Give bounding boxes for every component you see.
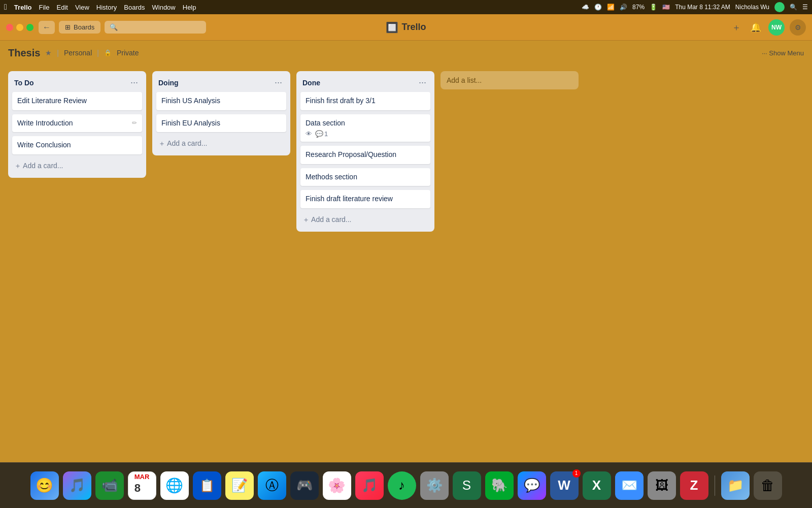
add-card-doing-button[interactable]: ＋ Add a card...	[156, 136, 286, 151]
dock-excel[interactable]: X	[583, 471, 611, 500]
dock-word[interactable]: W 1	[550, 471, 579, 500]
dock-separator	[715, 475, 715, 496]
show-menu-button[interactable]: ··· Show Menu	[762, 49, 804, 57]
menubar-file[interactable]: File	[39, 4, 50, 11]
time-machine-icon: 🕐	[594, 4, 602, 11]
add-button[interactable]: ＋	[730, 19, 743, 36]
dock-facetime[interactable]: 📹	[95, 471, 124, 500]
card-edit-lit[interactable]: Edit Literature Review	[12, 92, 142, 110]
menubar-history[interactable]: History	[96, 4, 117, 11]
trello-logo-icon: 🔲	[386, 21, 398, 34]
user-avatar-small	[774, 2, 785, 12]
card-finish-lit-review-text: Finish draft literature review	[306, 194, 425, 204]
card-write-intro[interactable]: Write Introduction ✏	[12, 114, 142, 133]
battery-text: 87%	[632, 4, 645, 11]
card-data-section[interactable]: Data section 👁 💬 1	[300, 114, 430, 142]
boards-button[interactable]: ⊞ Boards	[59, 21, 100, 34]
add-card-done-button[interactable]: ＋ Add a card...	[300, 212, 430, 228]
back-button[interactable]: ←	[39, 21, 55, 34]
dock-siri[interactable]: 🎵	[63, 471, 91, 500]
column-todo: To Do ··· Edit Literature Review Write I…	[8, 71, 146, 178]
card-finish-eu[interactable]: Finish EU Analysis	[156, 114, 286, 133]
cloud-icon: ☁️	[582, 4, 589, 11]
card-data-section-text: Data section	[306, 118, 425, 129]
add-list-area[interactable]: Add a list...	[441, 71, 579, 89]
dock-music[interactable]: 🎵	[355, 471, 384, 500]
user-name-display[interactable]: Nicholas Wu	[735, 4, 769, 11]
menubar-boards[interactable]: Boards	[124, 4, 145, 11]
titlebar-right: ＋ 🔔 NW ⚙	[730, 19, 806, 36]
breadcrumb-personal[interactable]: Personal	[64, 49, 92, 57]
card-edit-lit-text: Edit Literature Review	[17, 96, 137, 106]
menubar-window[interactable]: Window	[152, 4, 176, 11]
search-bar[interactable]: 🔍	[105, 21, 206, 34]
datetime-display[interactable]: Thu Mar 8 11:32 AM	[675, 4, 730, 11]
menubar-edit[interactable]: Edit	[56, 4, 67, 11]
notifications-button[interactable]: 🔔	[748, 20, 763, 35]
dock-messenger[interactable]: 💬	[518, 471, 546, 500]
menubar-right: ☁️ 🕐 📶 🔊 87% 🔋 🇺🇸 Thu Mar 8 11:32 AM Nic…	[582, 2, 808, 12]
dock-appstore[interactable]: Ⓐ	[258, 471, 286, 500]
wifi-icon: 📶	[607, 4, 615, 11]
dock-finder[interactable]: 😊	[30, 471, 59, 500]
dock-chrome[interactable]: 🌐	[160, 471, 189, 500]
column-todo-menu-button[interactable]: ···	[128, 77, 140, 88]
dock-steam[interactable]: 🎮	[290, 471, 319, 500]
card-finish-lit-review[interactable]: Finish draft literature review	[300, 190, 430, 208]
menubar-view[interactable]: View	[75, 4, 89, 11]
card-data-section-icons: 👁 💬 1	[306, 130, 425, 138]
column-done: Done ··· Finish first draft by 3/1 Data …	[296, 71, 434, 232]
column-done-header: Done ···	[300, 75, 430, 92]
dock-notes[interactable]: 📝	[225, 471, 254, 500]
dock-trash[interactable]: 🗑	[754, 471, 782, 500]
star-button[interactable]: ★	[45, 49, 52, 57]
maximize-button[interactable]	[26, 24, 33, 31]
apple-menu[interactable]: 	[4, 3, 7, 12]
column-doing-header: Doing ···	[156, 75, 286, 92]
volume-icon: 🔊	[620, 4, 627, 11]
column-done-title: Done	[302, 79, 320, 87]
settings-button[interactable]: ⚙	[790, 19, 806, 36]
dock-evernote[interactable]: 🐘	[485, 471, 514, 500]
menu-icon[interactable]: ☰	[802, 4, 808, 11]
word-badge: 1	[572, 469, 581, 478]
trello-logo-text: Trello	[401, 22, 426, 33]
minimize-button[interactable]	[16, 24, 23, 31]
close-button[interactable]	[6, 24, 13, 31]
column-doing-menu-button[interactable]: ···	[273, 77, 284, 88]
menubar-app-name[interactable]: Trello	[14, 4, 32, 11]
dock-slides[interactable]: S	[453, 471, 481, 500]
edit-icon[interactable]: ✏	[132, 119, 137, 126]
card-write-intro-text: Write Introduction	[17, 118, 132, 129]
card-research-proposal-text: Research Proposal/Question	[306, 150, 425, 160]
column-doing-title: Doing	[158, 79, 179, 87]
user-avatar[interactable]: NW	[768, 19, 785, 36]
dock-systemprefs[interactable]: ⚙️	[420, 471, 449, 500]
card-write-conclusion[interactable]: Write Conclusion	[12, 136, 142, 154]
dock-photos2[interactable]: 🖼	[648, 471, 676, 500]
card-methods-section[interactable]: Methods section	[300, 168, 430, 186]
column-done-menu-button[interactable]: ···	[417, 77, 428, 88]
card-finish-us[interactable]: Finish US Analysis	[156, 92, 286, 110]
card-finish-draft[interactable]: Finish first draft by 3/1	[300, 92, 430, 110]
dock-trello[interactable]: 📋	[193, 471, 221, 500]
column-doing: Doing ··· Finish US Analysis Finish EU A…	[152, 71, 290, 155]
card-finish-us-text: Finish US Analysis	[161, 96, 281, 106]
add-card-todo-button[interactable]: ＋ Add a card...	[12, 158, 142, 174]
dock-mail[interactable]: ✉️	[615, 471, 644, 500]
eye-icon: 👁	[306, 130, 312, 138]
breadcrumb-private[interactable]: Private	[117, 49, 139, 57]
dock-calendar[interactable]: MAR8	[128, 471, 156, 500]
board-content: To Do ··· Edit Literature Review Write I…	[0, 65, 812, 238]
search-menu-icon[interactable]: 🔍	[790, 4, 797, 11]
dock-photos[interactable]: 🌸	[323, 471, 351, 500]
dock-spotify[interactable]: ♪	[388, 471, 416, 500]
board-title[interactable]: Thesis	[8, 47, 40, 59]
menubar-help[interactable]: Help	[183, 4, 196, 11]
card-write-conclusion-text: Write Conclusion	[17, 140, 137, 150]
dock-zotero[interactable]: Z	[680, 471, 708, 500]
card-research-proposal[interactable]: Research Proposal/Question	[300, 146, 430, 164]
card-finish-eu-text: Finish EU Analysis	[161, 118, 281, 129]
comment-icon: 💬 1	[315, 130, 328, 138]
dock-files[interactable]: 📁	[721, 471, 750, 500]
